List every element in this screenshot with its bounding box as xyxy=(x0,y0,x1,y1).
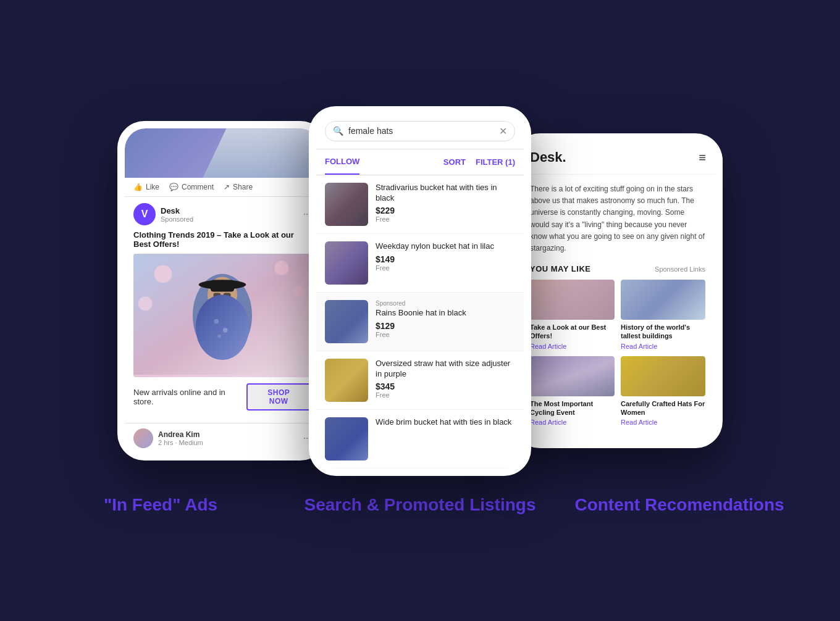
product-price-4: $345 xyxy=(376,381,515,391)
product-shipping-1: Free xyxy=(376,215,515,223)
article-card-3[interactable]: The Most Important Cycling Event Read Ar… xyxy=(530,356,615,427)
svg-point-15 xyxy=(217,335,221,338)
svg-point-14 xyxy=(223,328,228,333)
article-img-1 xyxy=(530,280,615,320)
you-may-like-title: YOU MAY LIKE xyxy=(530,264,590,273)
phones-container: 👍 Like 💬 Comment ↗ Share xyxy=(19,106,821,476)
label-content: Content Recomendations xyxy=(550,494,809,515)
label-infeed-text: "In Feed" Ads xyxy=(31,494,290,515)
svg-point-2 xyxy=(274,261,288,275)
label-search-text: Search & Promoted Listings xyxy=(290,494,550,515)
product-info-3: Sponsored Rains Boonie hat in black $129… xyxy=(376,300,515,338)
phone2-frame: 🔍 female hats ✕ FOLLOW SORT FILTER (1) xyxy=(309,106,531,476)
search-input-text: female hats xyxy=(348,126,494,136)
fb-like-action[interactable]: 👍 Like xyxy=(133,183,159,191)
fb-cta-row: New arrivals online and in store. SHOP N… xyxy=(133,377,311,417)
you-may-like-header: YOU MAY LIKE Sponsored Links xyxy=(530,264,705,273)
phone2-wrapper: 🔍 female hats ✕ FOLLOW SORT FILTER (1) xyxy=(309,106,531,476)
svg-point-13 xyxy=(214,319,219,324)
fb-avatar-initial: V xyxy=(141,209,148,220)
phone1-wrapper: 👍 Like 💬 Comment ↗ Share xyxy=(117,121,327,461)
product-name-2: Weekday nylon bucket hat in lilac xyxy=(376,241,515,252)
fb-bottom-name: Andrea Kim xyxy=(158,430,203,439)
fb-header-image xyxy=(125,128,320,178)
fb-post-title: Clothing Trends 2019 – Take a Look at ou… xyxy=(133,230,311,249)
label-search: Search & Promoted Listings xyxy=(290,494,550,515)
phone1-inner: 👍 Like 💬 Comment ↗ Share xyxy=(125,128,320,453)
product-name-4: Oversized straw hat with size adjuster i… xyxy=(376,359,515,380)
article-img-3 xyxy=(530,356,615,396)
svg-rect-8 xyxy=(211,280,234,292)
fb-user-row: V Desk Sponsored ··· xyxy=(133,203,311,225)
labels-row: "In Feed" Ads Search & Promoted Listings… xyxy=(19,494,821,515)
fb-bottom-avatar xyxy=(133,428,153,448)
fb-cta-text: New arrivals online and in store. xyxy=(133,388,246,406)
article-title-3: The Most Important Cycling Event xyxy=(530,399,615,417)
product-item-2[interactable]: Weekday nylon bucket hat in lilac $149 F… xyxy=(316,234,524,293)
comment-icon: 💬 xyxy=(169,183,178,191)
search-tab-filter[interactable]: FILTER (1) xyxy=(476,157,515,167)
product-price-1: $229 xyxy=(376,206,515,215)
share-icon: ↗ xyxy=(224,183,230,191)
product-info-4: Oversized straw hat with size adjuster i… xyxy=(376,359,515,399)
fb-post: V Desk Sponsored ··· Clothing Trends 201… xyxy=(125,197,320,423)
svg-point-3 xyxy=(293,286,305,298)
fb-bottom-meta: 2 hrs · Medium xyxy=(158,439,203,446)
product-img-5 xyxy=(325,417,368,461)
product-price-3: $129 xyxy=(376,321,515,331)
search-box[interactable]: 🔍 female hats ✕ xyxy=(325,121,515,141)
search-tab-follow[interactable]: FOLLOW xyxy=(325,149,359,175)
search-tab-sort[interactable]: SORT xyxy=(443,157,466,167)
phone2-inner: 🔍 female hats ✕ FOLLOW SORT FILTER (1) xyxy=(316,114,524,469)
fb-avatar: V xyxy=(133,203,156,225)
product-shipping-4: Free xyxy=(376,391,515,399)
search-header: 🔍 female hats ✕ xyxy=(316,114,524,149)
article-link-1[interactable]: Read Article xyxy=(530,343,615,350)
product-img-2 xyxy=(325,241,368,285)
article-link-3[interactable]: Read Article xyxy=(530,419,615,426)
fb-user-info: Desk Sponsored xyxy=(161,206,193,223)
products-list: Stradivarius bucket hat with ties in bla… xyxy=(316,175,524,469)
phone3-frame: Desk. ≡ There is a lot of exciting stuff… xyxy=(513,133,723,448)
product-name-3: Rains Boonie hat in black xyxy=(376,308,515,319)
product-item-5[interactable]: Wide brim bucket hat with ties in black xyxy=(316,410,524,469)
like-label: Like xyxy=(146,183,159,191)
label-content-text: Content Recomendations xyxy=(550,494,809,515)
article-title-2: History of the world's tallest buildings xyxy=(621,323,705,341)
svg-point-4 xyxy=(138,296,153,310)
product-item-1[interactable]: Stradivarius bucket hat with ties in bla… xyxy=(316,175,524,234)
product-sponsored-label-3: Sponsored xyxy=(376,300,515,307)
product-info-5: Wide brim bucket hat with ties in black xyxy=(376,417,515,430)
article-card-4[interactable]: Carefully Crafted Hats For Women Read Ar… xyxy=(621,356,705,427)
label-infeed: "In Feed" Ads xyxy=(31,494,290,515)
article-img-2 xyxy=(621,280,705,320)
product-item-3[interactable]: Sponsored Rains Boonie hat in black $129… xyxy=(316,293,524,351)
article-title-4: Carefully Crafted Hats For Women xyxy=(621,399,705,417)
product-name-1: Stradivarius bucket hat with ties in bla… xyxy=(376,183,515,204)
fb-image-person xyxy=(133,254,311,377)
article-link-4[interactable]: Read Article xyxy=(621,419,705,426)
comment-label: Comment xyxy=(182,183,214,191)
article-card-2[interactable]: History of the world's tallest buildings… xyxy=(621,280,705,350)
fb-actions-bar: 👍 Like 💬 Comment ↗ Share xyxy=(125,178,320,197)
search-clear-icon[interactable]: ✕ xyxy=(499,125,507,137)
content-body-text: There is a lot of exciting stuff going o… xyxy=(530,183,705,254)
fb-post-svg xyxy=(133,254,311,377)
svg-point-1 xyxy=(154,265,172,283)
fb-comment-action[interactable]: 💬 Comment xyxy=(169,183,214,191)
product-img-3 xyxy=(325,300,368,343)
product-item-4[interactable]: Oversized straw hat with size adjuster i… xyxy=(316,351,524,410)
article-link-2[interactable]: Read Article xyxy=(621,343,705,350)
search-icon: 🔍 xyxy=(333,126,343,136)
content-body: There is a lot of exciting stuff going o… xyxy=(520,175,715,441)
content-logo: Desk. xyxy=(530,149,566,165)
phone3-wrapper: Desk. ≡ There is a lot of exciting stuff… xyxy=(513,133,723,448)
product-price-2: $149 xyxy=(376,254,515,264)
fb-bottom-user-row: Andrea Kim 2 hrs · Medium ··· xyxy=(125,423,320,453)
fb-share-action[interactable]: ↗ Share xyxy=(224,183,253,191)
fb-shop-button[interactable]: SHOP NOW xyxy=(246,383,312,411)
article-card-1[interactable]: Take a Look at our Best Offers! Read Art… xyxy=(530,280,615,350)
search-tab-right: SORT FILTER (1) xyxy=(443,157,515,167)
content-menu-icon[interactable]: ≡ xyxy=(699,151,705,165)
article-grid: Take a Look at our Best Offers! Read Art… xyxy=(530,280,705,426)
